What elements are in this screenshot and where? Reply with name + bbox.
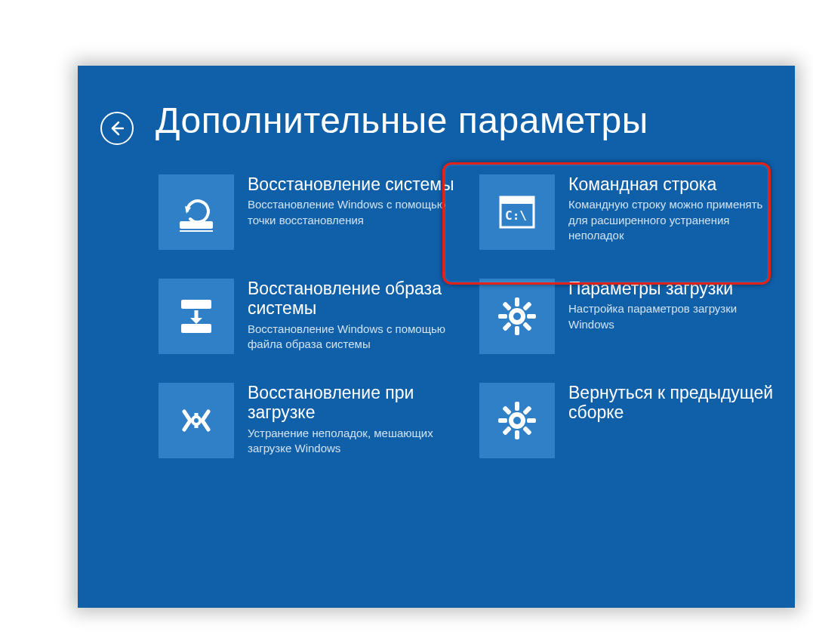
svg-rect-17: [522, 301, 532, 311]
option-startup-settings[interactable]: Параметры загрузки Настройка параметров …: [476, 276, 782, 357]
svg-rect-20: [522, 322, 532, 331]
option-desc: Восстановление Windows с помощью файла о…: [248, 322, 455, 353]
option-title: Восстановление образа системы: [248, 279, 455, 319]
option-title: Восстановление при загрузке: [248, 383, 455, 423]
svg-rect-8: [181, 324, 211, 333]
svg-text:C:\: C:\: [505, 208, 527, 223]
svg-rect-29: [515, 430, 519, 439]
system-restore-icon: [159, 174, 234, 250]
svg-rect-16: [527, 314, 536, 319]
svg-rect-33: [502, 426, 512, 436]
option-title: Командная строка: [568, 174, 776, 194]
back-button[interactable]: [100, 112, 134, 145]
option-title: Вернуться к предыдущей сборке: [568, 383, 776, 423]
page-title: Дополнительные параметры: [156, 100, 648, 141]
option-startup-repair[interactable]: Восстановление при загрузке Устранение н…: [156, 380, 461, 461]
svg-rect-13: [515, 297, 519, 307]
option-title: Параметры загрузки: [568, 279, 776, 298]
svg-rect-5: [500, 197, 534, 204]
svg-rect-34: [502, 405, 512, 415]
svg-rect-7: [181, 300, 211, 309]
svg-rect-32: [522, 405, 532, 415]
svg-rect-19: [502, 301, 512, 311]
recovery-screen: Дополнительные параметры Восстановление …: [78, 66, 795, 608]
option-system-restore[interactable]: Восстановление системы Восстановление Wi…: [156, 171, 461, 253]
option-title: Восстановление системы: [248, 174, 455, 194]
image-recovery-icon: [159, 279, 234, 354]
option-desc: Настройка параметров загрузки Windows: [568, 301, 776, 332]
option-desc: Командную строку можно применять для рас…: [568, 197, 776, 243]
option-command-prompt[interactable]: C:\ Командная строка Командную строку мо…: [476, 171, 782, 253]
svg-rect-18: [502, 322, 512, 331]
option-image-recovery[interactable]: Восстановление образа системы Восстановл…: [156, 276, 461, 357]
gear-icon: [479, 279, 555, 354]
option-desc: Устранение неполадок, мешающих загрузке …: [248, 426, 455, 457]
svg-marker-3: [185, 206, 191, 214]
svg-rect-35: [522, 426, 532, 436]
svg-rect-23: [195, 423, 199, 428]
startup-repair-icon: [159, 383, 234, 458]
svg-rect-31: [527, 418, 536, 423]
svg-rect-14: [515, 326, 519, 335]
options-grid: Восстановление системы Восстановление Wi…: [156, 171, 782, 461]
option-go-back[interactable]: Вернуться к предыдущей сборке: [476, 380, 782, 461]
svg-rect-28: [515, 402, 519, 411]
svg-point-12: [513, 313, 521, 320]
svg-rect-25: [199, 419, 204, 423]
svg-marker-10: [190, 318, 202, 324]
gear-icon: [479, 383, 555, 458]
svg-rect-15: [498, 314, 507, 319]
svg-rect-24: [189, 419, 194, 423]
back-arrow-icon: [108, 119, 126, 137]
svg-rect-2: [180, 230, 213, 232]
svg-point-27: [513, 417, 521, 424]
command-prompt-icon: C:\: [479, 174, 555, 250]
option-desc: Восстановление Windows с помощью точки в…: [248, 197, 455, 228]
svg-rect-22: [195, 413, 199, 418]
svg-rect-30: [498, 418, 507, 423]
